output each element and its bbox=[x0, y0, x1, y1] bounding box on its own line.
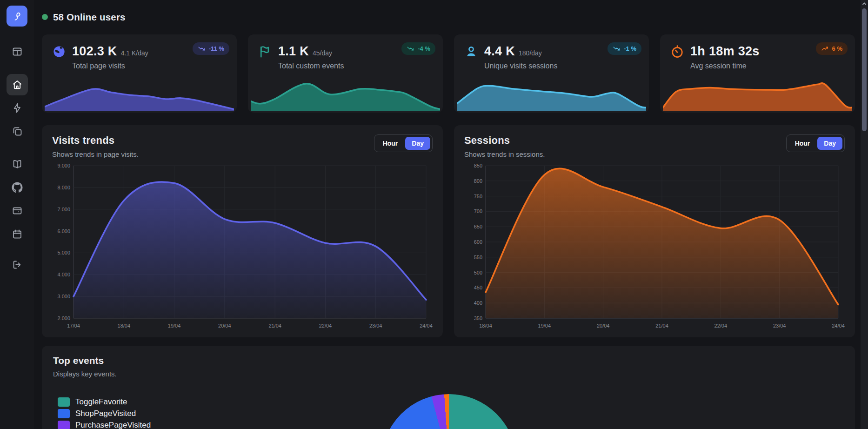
github-icon bbox=[12, 182, 23, 193]
sidebar-item-layout[interactable] bbox=[7, 41, 28, 62]
svg-text:20/04: 20/04 bbox=[597, 323, 610, 328]
chart-panel-titles: Sessions Shows trends in sessions. bbox=[464, 134, 545, 158]
sidebar-item-home[interactable] bbox=[7, 74, 28, 95]
legend-label: ShopPageVisited bbox=[75, 409, 136, 418]
stat-label: Avg session time bbox=[690, 62, 763, 70]
stat-text: 1.1 K 45/day Total custom events bbox=[278, 44, 344, 70]
stat-value-row: 1.1 K 45/day bbox=[278, 44, 344, 59]
svg-text:22/04: 22/04 bbox=[319, 323, 332, 328]
svg-text:23/04: 23/04 bbox=[773, 323, 786, 328]
logout-icon bbox=[12, 259, 23, 270]
stat-value: 102.3 K bbox=[72, 44, 117, 59]
flag-icon bbox=[258, 45, 272, 59]
sidebar bbox=[0, 0, 34, 429]
zap-icon bbox=[12, 102, 23, 114]
trend-down-icon bbox=[198, 45, 206, 53]
sidebar-item-calendar[interactable] bbox=[7, 223, 28, 245]
stat-text: 4.4 K 180/day Unique visits sessions bbox=[484, 44, 557, 70]
layout-icon bbox=[12, 46, 23, 57]
trend-badge: 6 % bbox=[816, 42, 848, 55]
svg-text:750: 750 bbox=[474, 194, 482, 199]
svg-text:500: 500 bbox=[474, 270, 482, 275]
legend-item-ShopPageVisited[interactable]: ShopPageVisited bbox=[58, 409, 197, 418]
chart-panel-visits: Visits trends Shows trends in page visit… bbox=[42, 125, 443, 337]
svg-text:550: 550 bbox=[474, 255, 482, 260]
scroll-up-arrow[interactable] bbox=[861, 0, 868, 7]
svg-text:650: 650 bbox=[474, 224, 482, 229]
legend-item-PurchasePageVisited[interactable]: PurchasePageVisited bbox=[58, 421, 197, 429]
svg-text:400: 400 bbox=[474, 300, 482, 306]
legend-swatch bbox=[58, 409, 70, 418]
vertical-scrollbar[interactable] bbox=[861, 0, 868, 429]
sidebar-item-logout[interactable] bbox=[7, 254, 28, 275]
timer-icon bbox=[670, 45, 684, 59]
top-events-subtitle: Displays key events. bbox=[53, 370, 844, 378]
stat-card-custom-events: 1.1 K 45/day Total custom events -4 % bbox=[248, 34, 443, 113]
top-events-panel: Top events Displays key events. ToggleFa… bbox=[42, 346, 855, 429]
stat-sparkline-chart bbox=[45, 76, 234, 111]
sidebar-item-github[interactable] bbox=[7, 177, 28, 198]
chart-subtitle: Shows trends in page visits. bbox=[52, 150, 139, 158]
pie-legend: ToggleFavoriteShopPageVisitedPurchasePag… bbox=[58, 397, 197, 429]
svg-text:700: 700 bbox=[474, 208, 482, 214]
online-users-header: 58 Online users bbox=[42, 9, 855, 25]
globe-icon bbox=[52, 45, 66, 59]
wallet-icon bbox=[12, 205, 23, 216]
chart-panel-head: Sessions Shows trends in sessions. HourD… bbox=[464, 134, 845, 158]
toggle-hour-button[interactable]: Hour bbox=[376, 137, 405, 150]
toggle-hour-button[interactable]: Hour bbox=[788, 137, 817, 150]
legend-label: ToggleFavorite bbox=[75, 397, 127, 407]
chevron-up-icon bbox=[862, 1, 867, 6]
top-events-title: Top events bbox=[53, 355, 844, 366]
trend-down-icon bbox=[407, 45, 414, 53]
svg-text:21/04: 21/04 bbox=[268, 323, 281, 328]
sidebar-item-wallet[interactable] bbox=[7, 200, 28, 221]
stat-value: 4.4 K bbox=[484, 44, 515, 59]
stat-label: Total custom events bbox=[278, 62, 344, 70]
area-chart: 17/0418/0419/0420/0421/0422/0423/0424/04… bbox=[52, 160, 433, 331]
stat-value: 1.1 K bbox=[278, 44, 309, 59]
svg-text:9.000: 9.000 bbox=[57, 163, 70, 168]
interval-toggle: HourDay bbox=[374, 134, 433, 152]
svg-text:19/04: 19/04 bbox=[168, 323, 181, 328]
trend-badge-text: -4 % bbox=[418, 45, 430, 52]
sidebar-item-pages[interactable] bbox=[7, 121, 28, 142]
online-status-dot bbox=[42, 14, 48, 20]
stat-sparkline-chart bbox=[663, 76, 852, 111]
stat-sparkline-chart bbox=[251, 76, 440, 111]
stat-rate: 180/day bbox=[519, 49, 542, 57]
svg-text:18/04: 18/04 bbox=[479, 323, 492, 328]
trend-badge-text: 6 % bbox=[832, 45, 842, 52]
toggle-day-button[interactable]: Day bbox=[817, 137, 842, 150]
area-chart: 18/0419/0420/0421/0422/0423/0424/0485080… bbox=[464, 160, 845, 331]
stat-card-avg-session: 1h 18m 32s Avg session time 6 % bbox=[660, 34, 855, 113]
svg-text:17/04: 17/04 bbox=[67, 323, 80, 328]
legend-label: PurchasePageVisited bbox=[75, 421, 151, 429]
pages-icon bbox=[12, 126, 23, 137]
svg-text:2.000: 2.000 bbox=[57, 315, 70, 321]
chart-panel-titles: Visits trends Shows trends in page visit… bbox=[52, 134, 139, 158]
svg-text:18/04: 18/04 bbox=[118, 323, 131, 328]
trend-down-icon bbox=[613, 45, 621, 53]
svg-text:3.000: 3.000 bbox=[57, 294, 70, 299]
online-users-heading: 58 Online users bbox=[53, 12, 126, 23]
scrollbar-thumb[interactable] bbox=[862, 8, 867, 131]
sidebar-item-docs[interactable] bbox=[7, 154, 28, 175]
chart-title: Sessions bbox=[464, 134, 545, 147]
stat-card-unique-sessions: 4.4 K 180/day Unique visits sessions -1 … bbox=[454, 34, 649, 113]
events-pie-chart[interactable] bbox=[381, 394, 516, 429]
home-icon bbox=[12, 79, 23, 90]
toggle-day-button[interactable]: Day bbox=[405, 137, 430, 150]
svg-text:19/04: 19/04 bbox=[538, 323, 551, 328]
chart-panel-sessions: Sessions Shows trends in sessions. HourD… bbox=[454, 125, 855, 337]
svg-text:23/04: 23/04 bbox=[369, 323, 382, 328]
sidebar-item-zap[interactable] bbox=[7, 97, 28, 119]
stat-cards-row: 102.3 K 4.1 K/day Total page visits -11 … bbox=[42, 34, 855, 113]
stat-label: Unique visits sessions bbox=[484, 62, 557, 70]
trend-badge: -4 % bbox=[401, 42, 435, 55]
app-logo[interactable] bbox=[7, 6, 27, 27]
svg-text:8.000: 8.000 bbox=[57, 185, 70, 190]
trend-badge-text: -11 % bbox=[209, 45, 224, 52]
legend-item-ToggleFavorite[interactable]: ToggleFavorite bbox=[58, 397, 197, 407]
svg-text:20/04: 20/04 bbox=[218, 323, 231, 328]
